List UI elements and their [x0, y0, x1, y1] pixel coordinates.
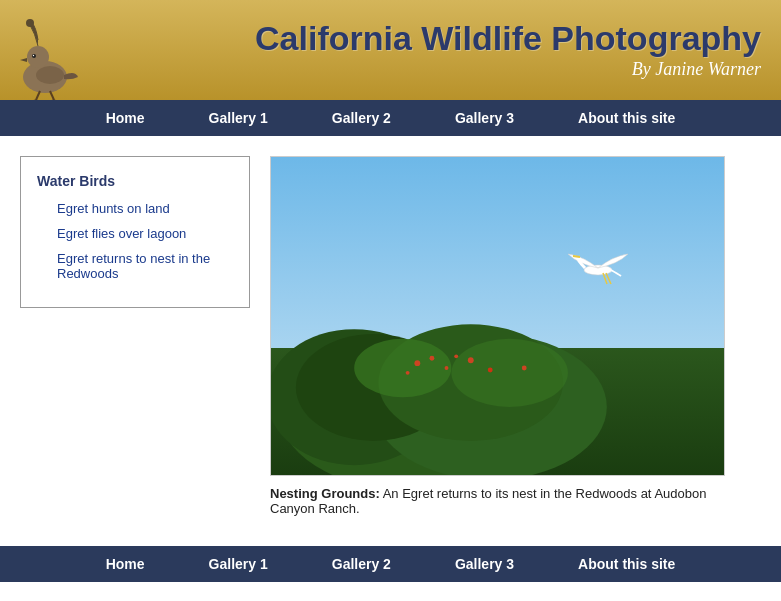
site-title: California Wildlife Photography: [90, 20, 761, 57]
svg-point-5: [36, 66, 64, 84]
svg-point-28: [522, 366, 527, 371]
svg-point-4: [33, 55, 34, 56]
footer-nav-gallery1[interactable]: Gallery 1: [177, 546, 300, 582]
site-header: California Wildlife Photography By Janin…: [0, 0, 781, 100]
svg-point-21: [414, 360, 420, 366]
photo-area: Nesting Grounds: An Egret returns to its…: [270, 156, 761, 516]
sidebar-link-1[interactable]: Egret hunts on land: [57, 201, 233, 216]
sidebar-box: Water Birds Egret hunts on land Egret fl…: [20, 156, 250, 308]
header-bird-image: [0, 5, 90, 95]
nav-about[interactable]: About this site: [546, 100, 707, 136]
footer-nav-gallery2[interactable]: Gallery 2: [300, 546, 423, 582]
footer-nav-about[interactable]: About this site: [546, 546, 707, 582]
svg-line-7: [50, 91, 54, 100]
svg-point-2: [26, 19, 34, 27]
svg-point-26: [406, 371, 410, 375]
sidebar: Water Birds Egret hunts on land Egret fl…: [20, 156, 250, 516]
top-navbar: Home Gallery 1 Gallery 2 Gallery 3 About…: [0, 100, 781, 136]
svg-line-6: [36, 91, 40, 100]
nav-gallery2[interactable]: Gallery 2: [300, 100, 423, 136]
svg-point-23: [445, 366, 449, 370]
photo-tree-svg: [271, 300, 724, 475]
sidebar-link-3[interactable]: Egret returns to nest in the Redwoods: [57, 251, 233, 281]
svg-point-20: [451, 339, 568, 407]
photo-caption: Nesting Grounds: An Egret returns to its…: [270, 486, 725, 516]
sidebar-link-2[interactable]: Egret flies over lagoon: [57, 226, 233, 241]
svg-point-3: [32, 54, 36, 58]
caption-bold: Nesting Grounds:: [270, 486, 380, 501]
egret-bird-svg: [563, 246, 633, 291]
svg-point-25: [488, 368, 493, 373]
nav-gallery1[interactable]: Gallery 1: [177, 100, 300, 136]
header-title-area: California Wildlife Photography By Janin…: [90, 20, 781, 80]
main-photo: [270, 156, 725, 476]
main-content: Water Birds Egret hunts on land Egret fl…: [0, 136, 781, 536]
sidebar-category: Water Birds: [37, 173, 233, 189]
svg-point-1: [27, 46, 49, 68]
footer-nav-home[interactable]: Home: [74, 546, 177, 582]
svg-point-29: [584, 265, 612, 275]
footer-navbar: Home Gallery 1 Gallery 2 Gallery 3 About…: [0, 546, 781, 582]
svg-point-24: [468, 357, 474, 363]
svg-line-30: [573, 256, 580, 257]
nav-home[interactable]: Home: [74, 100, 177, 136]
footer-nav-gallery3[interactable]: Gallery 3: [423, 546, 546, 582]
svg-point-19: [354, 339, 451, 397]
svg-point-27: [454, 355, 458, 359]
site-subtitle: By Janine Warner: [90, 59, 761, 80]
svg-point-22: [429, 356, 434, 361]
nav-gallery3[interactable]: Gallery 3: [423, 100, 546, 136]
